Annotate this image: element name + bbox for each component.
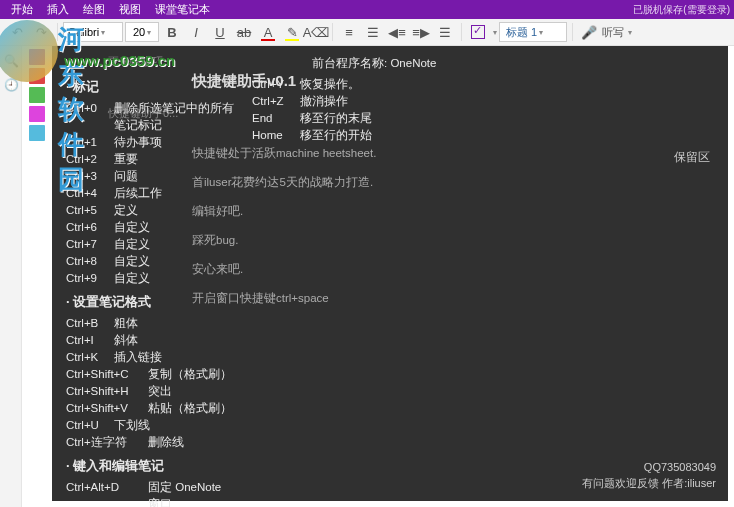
section-header-tags: 标记 [66,78,236,96]
todo-tag-button[interactable] [467,21,489,43]
reserved-area-label: 保留区 [674,150,710,165]
note-body-text: 快捷键处于活跃machine heetsheet. 首iluser花费约达5天的… [192,146,492,320]
menu-home[interactable]: 开始 [4,2,40,17]
ribbon: ↶ ↷ Calibri▾ 20▾ B I U ab A ✎ A⌫ ≡ ☰ ◀≡ … [0,19,734,46]
notebook-item[interactable] [29,106,45,122]
dropdown-icon[interactable]: ▾ [628,28,632,37]
bold-button[interactable]: B [161,21,183,43]
indent-button[interactable]: ≡▶ [410,21,432,43]
menu-view[interactable]: 视图 [112,2,148,17]
menu-classnotebook[interactable]: 课堂笔记本 [148,2,217,17]
shortcut-group-general: Ctrl+Y恢复操作。 Ctrl+Z撤消操作 End移至行的末尾 Home移至行… [252,58,412,144]
menu-bar: 开始 插入 绘图 视图 课堂笔记本 已脱机保存(需要登录) [0,0,734,19]
left-rail: 🔍 🕘 [0,46,22,507]
shortcut-helper-overlay: 更来帐小巧 快捷键助手0... 快捷键助手v0.1 前台程序名称: OneNot… [52,46,728,501]
undo-icon[interactable]: ↶ [6,21,28,43]
section-tab-ghost: 更来帐小巧 [108,54,163,69]
font-size-select[interactable]: 20▾ [125,22,159,42]
font-family-select[interactable]: Calibri▾ [63,22,123,42]
highlight-button[interactable]: ✎ [281,21,303,43]
font-color-button[interactable]: A [257,21,279,43]
sync-status: 已脱机保存(需要登录) [633,3,730,17]
strike-button[interactable]: ab [233,21,255,43]
dictate-button[interactable]: 🎤 [578,21,600,43]
menu-draw[interactable]: 绘图 [76,2,112,17]
dictate-label: 听写 [602,25,624,40]
overlay-footer: QQ735083049 有问题欢迎反馈 作者:iliuser [582,459,716,491]
dropdown-icon[interactable]: ▾ [493,28,497,37]
underline-button[interactable]: U [209,21,231,43]
italic-button[interactable]: I [185,21,207,43]
style-select[interactable]: 标题 1▾ [499,22,567,42]
separator [572,23,573,41]
recent-icon[interactable]: 🕘 [4,78,18,92]
menu-insert[interactable]: 插入 [40,2,76,17]
align-button[interactable]: ☰ [434,21,456,43]
notebook-item[interactable] [29,49,45,65]
bullets-button[interactable]: ≡ [338,21,360,43]
section-header-edit: 键入和编辑笔记 [66,457,236,475]
separator [57,23,58,41]
separator [461,23,462,41]
notebook-panel [22,46,52,507]
notebook-item[interactable] [29,68,45,84]
notebook-item[interactable] [29,125,45,141]
clear-format-button[interactable]: A⌫ [305,21,327,43]
search-icon[interactable]: 🔍 [4,54,18,68]
redo-icon[interactable]: ↷ [30,21,52,43]
outdent-button[interactable]: ◀≡ [386,21,408,43]
numbering-button[interactable]: ☰ [362,21,384,43]
notebook-item[interactable] [29,87,45,103]
separator [332,23,333,41]
